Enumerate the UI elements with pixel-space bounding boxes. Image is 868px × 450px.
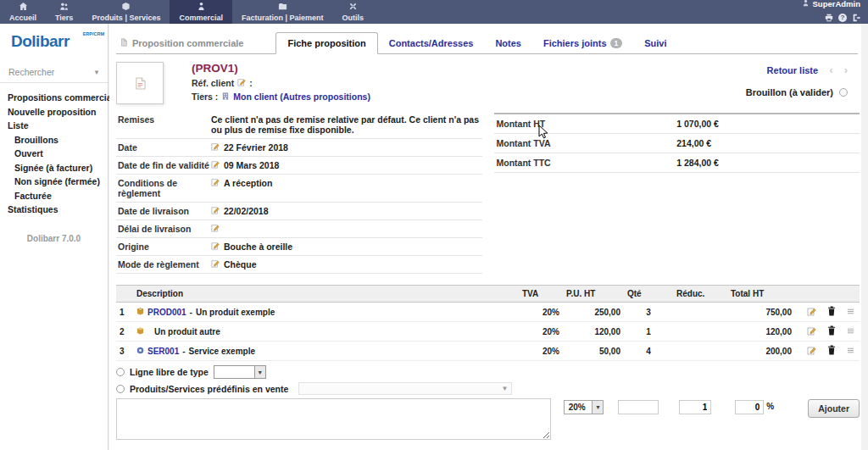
free-line-type-select[interactable]: ▼ <box>214 365 266 379</box>
menu-facturation[interactable]: Facturation | Paiement <box>232 0 333 24</box>
line-description: Un produit exemple <box>196 308 275 317</box>
service-ref-link[interactable]: SER001 <box>147 347 179 356</box>
col-qte: Qté <box>624 286 673 303</box>
edit-icon[interactable] <box>211 206 220 216</box>
drag-handle-icon[interactable] <box>847 327 854 336</box>
third-parties-icon <box>59 2 69 13</box>
menu-outils[interactable]: Outils <box>333 0 374 24</box>
sidebar-item-nouvelle-proposition[interactable]: Nouvelle proposition <box>8 105 104 119</box>
topbar-user-block: SuperAdmin ? <box>802 0 868 24</box>
edit-icon[interactable] <box>807 307 816 318</box>
unit-price-input[interactable] <box>618 400 659 414</box>
sidebar-item-liste[interactable]: Liste <box>8 119 104 133</box>
lines-section: Description TVA P.U. HT Qté Réduc. Total… <box>116 285 860 361</box>
discount-input[interactable] <box>735 400 764 414</box>
edit-icon[interactable] <box>807 326 816 337</box>
delete-icon[interactable] <box>827 345 836 357</box>
line-vat: 20% <box>519 303 563 322</box>
top-menu-bar: Accueil Tiers Produits | Services Commer… <box>0 0 868 24</box>
tab-contacts-adresses[interactable]: Contacts/Adresses <box>378 33 485 53</box>
delete-icon[interactable] <box>827 325 836 337</box>
proposal-header: (PROV1) Réf. client : Tiers : Mon client… <box>116 62 856 104</box>
line-row-1: 1 PROD001 - Un produit exemple 20% 250,0… <box>116 303 860 322</box>
line-unit-price: 250,00 <box>563 303 624 322</box>
menu-label: Commercial <box>179 14 223 22</box>
predefined-radio[interactable] <box>116 385 125 393</box>
product-ref-link[interactable]: PROD001 <box>147 308 186 317</box>
menu-label: Produits | Services <box>92 14 160 22</box>
tab-suivi[interactable]: Suivi <box>633 33 677 53</box>
billing-icon <box>278 2 287 13</box>
quantity-input[interactable] <box>679 400 711 414</box>
dolibarr-logo[interactable]: DolibarrERP/CRM <box>11 32 103 51</box>
edit-icon[interactable] <box>237 78 246 88</box>
col-reduc: Réduc. <box>673 286 727 303</box>
tiers-other-proposals-link[interactable]: (Autres propositions) <box>280 92 370 102</box>
edit-icon[interactable] <box>211 242 220 252</box>
ref-client-line: Réf. client : <box>192 78 370 88</box>
pager-next-icon[interactable]: › <box>844 64 848 76</box>
detail-columns: Remises Ce client n'a pas de remise rela… <box>116 111 860 274</box>
sidebar-item-brouillons[interactable]: Brouillons <box>8 133 104 147</box>
field-row-mode-reglement: Mode de règlement Chèque <box>116 256 482 274</box>
sidebar-search-toggle[interactable]: Rechercher ▼ <box>0 64 108 83</box>
edit-icon[interactable] <box>807 346 816 357</box>
drag-handle-icon[interactable] <box>847 308 854 317</box>
menu-tiers[interactable]: Tiers <box>46 0 82 24</box>
sidebar-item-ouvert[interactable]: Ouvert <box>8 147 104 161</box>
document-thumbnail[interactable] <box>116 62 164 104</box>
tab-fichiers-joints[interactable]: Fichiers joints 1 <box>532 33 633 53</box>
back-to-list-link[interactable]: Retour liste <box>767 65 819 75</box>
line-qty: 3 <box>624 303 673 322</box>
product-icon <box>136 327 144 336</box>
edit-icon[interactable] <box>211 224 220 234</box>
edit-icon[interactable] <box>211 160 220 170</box>
help-icon[interactable]: ? <box>838 14 847 22</box>
line-discount <box>673 322 727 342</box>
sidebar-menu: Propositions commerciales Nouvelle propo… <box>0 83 108 217</box>
menu-label: Outils <box>342 14 364 22</box>
edit-icon[interactable] <box>211 178 220 188</box>
menu-label: Accueil <box>9 14 36 22</box>
menu-accueil[interactable]: Accueil <box>0 0 46 24</box>
line-number: 1 <box>116 303 133 322</box>
add-line-button[interactable]: Ajouter <box>808 399 860 418</box>
products-icon <box>121 2 131 13</box>
sidebar-item-propositions-commerciales[interactable]: Propositions commerciales <box>8 91 104 105</box>
user-avatar-icon <box>802 0 810 8</box>
print-icon[interactable] <box>825 10 833 25</box>
new-line-entry-row: 20% ▼ % Ajouter <box>116 398 860 440</box>
status-line: Brouillon (à valider) <box>746 87 848 97</box>
line-vat: 20% <box>519 322 563 342</box>
pager-previous-icon[interactable]: ‹ <box>830 64 833 76</box>
drag-handle-icon[interactable] <box>847 347 854 356</box>
sidebar-item-facturee[interactable]: Facturée <box>8 189 104 203</box>
line-description: Service exemple <box>189 347 255 356</box>
free-line-radio[interactable] <box>116 368 125 376</box>
logout-icon[interactable] <box>852 10 860 25</box>
line-description-textarea[interactable] <box>116 398 551 440</box>
line-qty: 1 <box>624 322 673 342</box>
edit-icon[interactable] <box>211 142 220 153</box>
tab-notes[interactable]: Notes <box>484 33 532 53</box>
field-row-date: Date 22 Février 2018 <box>116 139 482 157</box>
line-discount <box>673 342 727 361</box>
line-number: 2 <box>116 322 133 342</box>
tiers-link[interactable]: Mon client (Autres propositions) <box>233 92 370 102</box>
sidebar-item-non-signee[interactable]: Non signée (fermée) <box>8 175 104 189</box>
sidebar-item-signee[interactable]: Signée (à facturer) <box>8 161 104 175</box>
edit-icon[interactable] <box>211 259 220 269</box>
predefined-product-select[interactable]: ▼ <box>298 382 512 395</box>
proposal-head-info: (PROV1) Réf. client : Tiers : Mon client… <box>192 62 370 104</box>
vat-rate-select[interactable]: 20% ▼ <box>564 400 604 414</box>
add-line-form: Ligne libre de type ▼ Produits/Services … <box>116 365 860 450</box>
sidebar-item-statistiques[interactable]: Statistiques <box>8 203 104 217</box>
service-icon <box>136 347 144 356</box>
tab-fiche-proposition[interactable]: Fiche proposition <box>275 32 377 54</box>
menu-commercial[interactable]: Commercial <box>170 0 232 24</box>
predefined-row: Produits/Services prédéfinis en vente ▼ <box>116 382 860 395</box>
menu-produits-services[interactable]: Produits | Services <box>82 0 170 24</box>
line-discount <box>673 303 727 322</box>
delete-icon[interactable] <box>827 306 836 318</box>
login-block[interactable]: SuperAdmin <box>802 0 860 8</box>
